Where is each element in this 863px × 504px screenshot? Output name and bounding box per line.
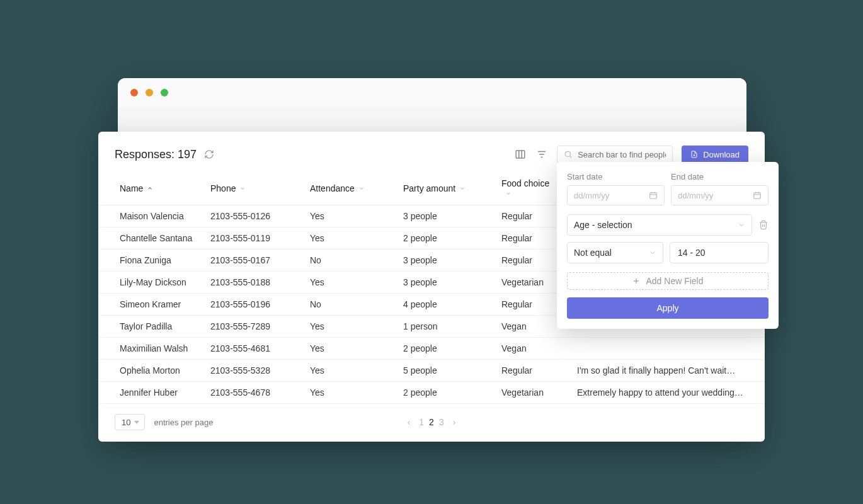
cell-name: Maison Valencia: [98, 205, 202, 227]
window-minimize[interactable]: [146, 89, 153, 96]
add-field-label: Add New Field: [646, 276, 703, 286]
column-label: Food choice: [501, 178, 549, 188]
window-maximize[interactable]: [161, 89, 168, 96]
page-3[interactable]: 3: [439, 417, 444, 427]
refresh-icon[interactable]: [204, 149, 214, 159]
end-date-label: End date: [671, 172, 769, 181]
columns-icon[interactable]: [514, 148, 527, 161]
page-1[interactable]: 1: [419, 417, 424, 427]
cell-party: 3 people: [394, 272, 493, 294]
title-prefix: Responses:: [115, 148, 174, 161]
cell-attendance: No: [301, 294, 394, 316]
table-row[interactable]: Jennifer Huber2103-555-4678Yes2 peopleVe…: [98, 382, 765, 404]
filter-icon[interactable]: [535, 148, 548, 161]
cell-party: 3 people: [394, 205, 493, 227]
cell-attendance: Yes: [301, 360, 394, 382]
cell-name: Lily-May Dickson: [98, 272, 202, 294]
search-box[interactable]: [557, 146, 673, 163]
svg-rect-0: [516, 151, 525, 158]
cell-attendance: Yes: [301, 272, 394, 294]
sort-icon: [358, 185, 365, 192]
cell-party: 1 person: [394, 316, 493, 338]
table-row[interactable]: Maximilian Walsh2103-555-4681Yes2 people…: [98, 338, 765, 360]
cell-attendance: Yes: [301, 316, 394, 338]
filter-value-input[interactable]: 14 - 20: [670, 242, 769, 263]
window-controls: [118, 78, 746, 107]
add-field-button[interactable]: Add New Field: [567, 272, 769, 290]
cell-food: Vegetarian: [493, 382, 568, 404]
field-select[interactable]: Age - selection: [567, 214, 752, 236]
cell-attendance: Yes: [301, 227, 394, 249]
trash-icon: [758, 220, 769, 230]
cell-food: Regular: [493, 360, 568, 382]
cell-attendance: Yes: [301, 338, 394, 360]
search-input[interactable]: [578, 150, 666, 159]
cell-food: Vegan: [493, 338, 568, 360]
cell-phone: 2103-555-0126: [202, 205, 301, 227]
cell-party: 2 people: [394, 382, 493, 404]
column-header[interactable]: Attendance: [301, 172, 394, 205]
cell-attendance: Yes: [301, 382, 394, 404]
cell-phone: 2103-555-0167: [202, 249, 301, 272]
svg-rect-9: [650, 193, 657, 198]
start-date-input[interactable]: dd/mm/yy: [567, 185, 665, 205]
entries-label: entries per page: [154, 418, 213, 427]
filter-value: 14 - 20: [678, 248, 706, 258]
pager: ‹ 123 ›: [408, 417, 456, 427]
operator-select[interactable]: Not equal: [567, 242, 663, 263]
download-button[interactable]: Download: [682, 146, 748, 163]
chevron-down-icon: [649, 249, 656, 256]
filter-popover: Start date dd/mm/yy End date dd/mm/yy Ag…: [557, 162, 779, 329]
column-label: Party amount: [403, 183, 455, 193]
cell-party: 2 people: [394, 227, 493, 249]
cell-phone: 2103-555-5328: [202, 360, 301, 382]
svg-point-6: [566, 151, 571, 156]
page-2[interactable]: 2: [429, 417, 434, 427]
column-label: Phone: [210, 183, 236, 193]
field-select-value: Age - selection: [574, 220, 632, 230]
end-date-input[interactable]: dd/mm/yy: [671, 185, 769, 205]
download-label: Download: [703, 150, 740, 159]
document-icon: [690, 151, 698, 158]
svg-rect-13: [754, 193, 761, 198]
window-close[interactable]: [130, 89, 138, 96]
column-label: Attendance: [310, 183, 355, 193]
pager-prev[interactable]: ‹: [408, 417, 411, 427]
page-size-value: 10: [122, 418, 130, 427]
cell-name: Ophelia Morton: [98, 360, 202, 382]
sort-icon: [459, 185, 466, 192]
column-label: Name: [120, 183, 143, 193]
start-date-label: Start date: [567, 172, 665, 181]
cell-note: [568, 338, 765, 360]
apply-button[interactable]: Apply: [567, 297, 769, 319]
cell-name: Fiona Zuniga: [98, 249, 202, 272]
delete-filter-button[interactable]: [758, 220, 769, 230]
calendar-icon: [649, 191, 658, 200]
cell-phone: 2103-555-0119: [202, 227, 301, 249]
end-date-placeholder: dd/mm/yy: [678, 191, 713, 200]
cell-note: I'm so glad it finally happen! Can't wai…: [568, 360, 765, 382]
operator-value: Not equal: [574, 248, 612, 258]
cell-name: Chantelle Santana: [98, 227, 202, 249]
panel-header: Responses: 197 Download: [98, 146, 765, 163]
response-count: 197: [178, 148, 197, 161]
column-header[interactable]: Name: [98, 172, 202, 205]
pager-next[interactable]: ›: [453, 417, 456, 427]
plus-icon: [632, 277, 641, 285]
page-size-select[interactable]: 10: [115, 414, 145, 430]
column-header[interactable]: Phone: [202, 172, 301, 205]
sort-asc-icon: [147, 185, 153, 192]
cell-phone: 2103-555-0188: [202, 272, 301, 294]
cell-phone: 2103-555-7289: [202, 316, 301, 338]
cell-phone: 2103-555-4678: [202, 382, 301, 404]
calendar-icon: [753, 191, 762, 200]
toolbar: Download: [514, 146, 748, 163]
svg-line-7: [570, 156, 572, 158]
sort-icon: [505, 190, 512, 197]
column-header[interactable]: Party amount: [394, 172, 493, 205]
cell-attendance: Yes: [301, 205, 394, 227]
cell-name: Simeon Kramer: [98, 294, 202, 316]
table-row[interactable]: Ophelia Morton2103-555-5328Yes5 peopleRe…: [98, 360, 765, 382]
cell-name: Jennifer Huber: [98, 382, 202, 404]
sort-icon: [239, 185, 246, 192]
